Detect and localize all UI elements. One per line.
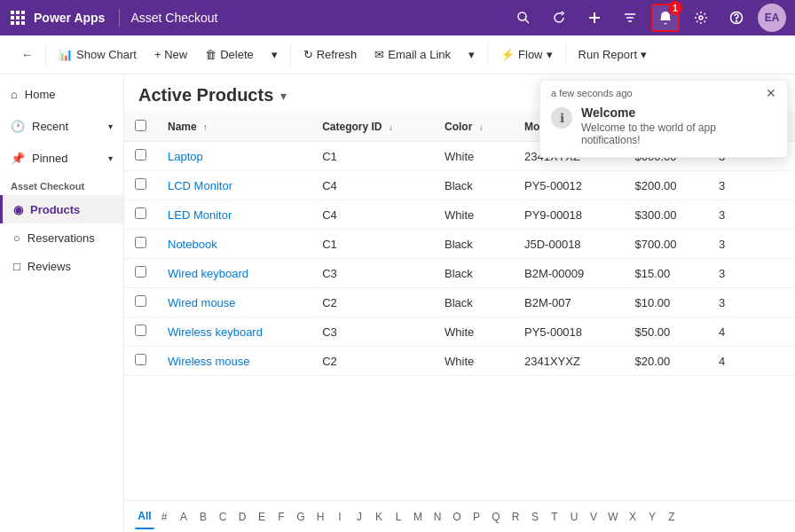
table-row: LED Monitor C4 White PY9-00018 $300.00 3	[124, 200, 795, 230]
alpha-char-r[interactable]: R	[506, 505, 525, 529]
alpha-char-i[interactable]: I	[330, 505, 350, 529]
email-icon: ✉	[374, 48, 384, 61]
row-checkbox[interactable]	[135, 295, 146, 307]
row-name[interactable]: Wired keyboard	[157, 259, 311, 288]
avatar[interactable]: EA	[758, 4, 786, 32]
pin-icon: 📌	[11, 152, 25, 165]
row-checkbox-cell[interactable]	[124, 171, 157, 200]
alpha-char-d[interactable]: D	[232, 505, 252, 529]
row-price: $200.00	[625, 171, 708, 200]
alpha-char-u[interactable]: U	[564, 505, 584, 529]
row-category: C2	[311, 347, 434, 376]
alpha-char-g[interactable]: G	[291, 505, 311, 529]
row-checkbox-cell[interactable]	[124, 347, 157, 376]
alpha-char-t[interactable]: T	[545, 505, 564, 529]
th-color[interactable]: Color ↓	[434, 113, 514, 142]
sidebar-item-reservations[interactable]: ○ Reservations	[0, 223, 123, 252]
sidebar-item-home[interactable]: ⌂ Home	[0, 78, 123, 110]
svg-line-10	[525, 20, 529, 23]
alpha-char-f[interactable]: F	[272, 505, 291, 529]
row-name[interactable]: Wireless mouse	[157, 347, 311, 376]
sidebar-item-recent[interactable]: 🕐 Recent ▾	[0, 110, 123, 142]
delete-button[interactable]: 🗑 Delete	[198, 41, 261, 69]
flow-button[interactable]: ⚡ Flow ▾	[493, 41, 559, 69]
row-name[interactable]: Notebook	[157, 230, 311, 259]
alpha-char-m[interactable]: M	[408, 505, 428, 529]
row-checkbox[interactable]	[135, 266, 146, 278]
row-checkbox[interactable]	[135, 149, 146, 160]
new-button[interactable]: + New	[147, 41, 194, 69]
alpha-char-h[interactable]: H	[311, 505, 330, 529]
row-name[interactable]: Laptop	[157, 142, 311, 171]
run-report-button[interactable]: Run Report ▾	[571, 41, 654, 69]
alpha-char-c[interactable]: C	[213, 505, 232, 529]
settings-icon[interactable]	[687, 4, 715, 32]
search-icon[interactable]	[509, 4, 538, 32]
grid-icon[interactable]	[9, 9, 27, 27]
row-checkbox[interactable]	[135, 237, 146, 248]
chart-icon: 📊	[59, 48, 73, 61]
alpha-char-all[interactable]: All	[135, 505, 154, 529]
sidebar-item-products[interactable]: ◉ Products	[0, 195, 123, 223]
row-checkbox-cell[interactable]	[124, 200, 157, 230]
sidebar-item-reviews[interactable]: □ Reviews	[0, 252, 123, 280]
row-name[interactable]: Wired mouse	[157, 288, 311, 317]
bell-button[interactable]: 1	[651, 4, 680, 32]
cmd-more-2[interactable]: ▾	[461, 41, 482, 69]
alpha-char-s[interactable]: S	[525, 505, 545, 529]
row-model: J5D-00018	[514, 230, 625, 259]
row-name[interactable]: LED Monitor	[157, 200, 311, 230]
alpha-char-b[interactable]: B	[193, 505, 213, 529]
row-checkbox[interactable]	[135, 325, 146, 336]
cmd-separator-2	[290, 44, 291, 66]
alpha-char-z[interactable]: Z	[662, 505, 681, 529]
alpha-char-w[interactable]: W	[603, 505, 623, 529]
row-checkbox[interactable]	[135, 178, 146, 190]
sidebar-item-pinned[interactable]: 📌 Pinned ▾	[0, 142, 123, 174]
alpha-char-x[interactable]: X	[623, 505, 642, 529]
alpha-char-q[interactable]: Q	[486, 505, 506, 529]
alpha-char-y[interactable]: Y	[642, 505, 662, 529]
help-icon[interactable]	[722, 4, 751, 32]
row-checkbox-cell[interactable]	[124, 317, 157, 347]
row-checkbox-cell[interactable]	[124, 259, 157, 288]
refresh-circle-icon[interactable]	[545, 4, 573, 32]
back-button[interactable]: ←	[14, 41, 40, 69]
notification-text: Welcome Welcome to the world of app noti…	[581, 106, 776, 146]
row-rating: 3	[708, 200, 795, 230]
plus-icon[interactable]	[580, 4, 609, 32]
page-title-chevron-icon[interactable]: ▾	[280, 89, 287, 103]
th-checkbox[interactable]	[124, 113, 157, 142]
cmd-more-1[interactable]: ▾	[264, 41, 285, 69]
row-checkbox-cell[interactable]	[124, 288, 157, 317]
alpha-char-k[interactable]: K	[369, 505, 389, 529]
th-name[interactable]: Name ↑	[157, 113, 311, 142]
chevron-down-icon-2: ▾	[468, 48, 475, 61]
alpha-char-j[interactable]: J	[350, 505, 369, 529]
row-name[interactable]: LCD Monitor	[157, 171, 311, 200]
alpha-char-#[interactable]: #	[154, 505, 174, 529]
notification-close-button[interactable]: ✕	[762, 84, 780, 102]
alpha-char-p[interactable]: P	[467, 505, 486, 529]
alpha-char-e[interactable]: E	[252, 505, 272, 529]
row-checkbox[interactable]	[135, 207, 146, 219]
alpha-char-v[interactable]: V	[584, 505, 603, 529]
alphabet-bar: All#ABCDEFGHIJKLMNOPQRSTUVWXYZ	[124, 500, 795, 532]
row-checkbox-cell[interactable]	[124, 230, 157, 259]
select-all-checkbox[interactable]	[135, 120, 146, 131]
row-category: C1	[311, 230, 434, 259]
alpha-char-a[interactable]: A	[174, 505, 193, 529]
alpha-char-n[interactable]: N	[428, 505, 447, 529]
row-color: Black	[434, 259, 514, 288]
refresh-button[interactable]: ↻ Refresh	[296, 41, 365, 69]
email-link-button[interactable]: ✉ Email a Link	[367, 41, 458, 69]
th-category[interactable]: Category ID ↓	[311, 113, 434, 142]
alpha-char-o[interactable]: O	[447, 505, 467, 529]
alpha-char-l[interactable]: L	[389, 505, 408, 529]
show-chart-button[interactable]: 📊 Show Chart	[51, 41, 144, 69]
row-name[interactable]: Wireless keyboard	[157, 317, 311, 347]
filter-icon[interactable]	[616, 4, 644, 32]
row-checkbox[interactable]	[135, 354, 146, 365]
row-rating: 3	[708, 288, 795, 317]
row-checkbox-cell[interactable]	[124, 142, 157, 171]
